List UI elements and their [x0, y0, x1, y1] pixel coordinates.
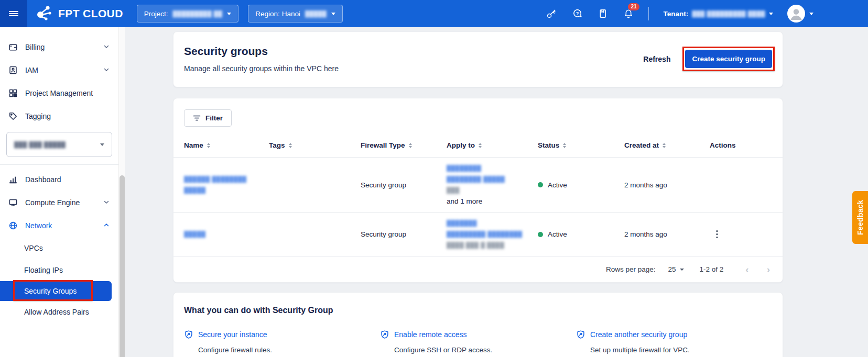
table-row[interactable]: ██████ ████████ █████ Security group ███… [173, 158, 783, 213]
promo-link-label: Secure your instance [198, 330, 267, 339]
column-header-actions: Actions [710, 141, 772, 149]
chevron-down-icon [103, 198, 110, 207]
column-header-apply-to[interactable]: Apply to [447, 141, 538, 149]
enable-remote-access-link[interactable]: Enable remote access [380, 330, 467, 339]
chevron-down-icon [331, 13, 335, 15]
chevron-down-icon [100, 143, 104, 146]
name-redacted: █████ [184, 229, 269, 240]
cell-firewall-type: Security group [361, 230, 447, 238]
column-header-firewall-type[interactable]: Firewall Type [361, 141, 447, 149]
sidebar-item-label: Floating IPs [24, 266, 63, 274]
sidebar-item-label: Compute Engine [25, 198, 80, 207]
menu-toggle-button[interactable] [0, 0, 27, 27]
promo-description: Configure firewall rules. [198, 346, 380, 354]
promo-link-label: Enable remote access [394, 330, 467, 339]
security-groups-table-card: Filter Name Tags Firewall Type Apply to … [173, 98, 783, 283]
name-redacted: ██████ ████████ [184, 174, 269, 185]
create-security-group-button[interactable]: Create security group [685, 50, 772, 68]
sort-icon [563, 143, 566, 148]
promo-item-secure-instance: Secure your instance Configure firewall … [184, 330, 380, 354]
chevron-down-icon [809, 13, 813, 15]
shield-icon [576, 330, 585, 339]
tenant-selector[interactable]: Tenant: ███ █████████ ████ [663, 10, 773, 18]
sidebar-item-iam[interactable]: IAM [0, 59, 118, 82]
sidebar-item-dashboard[interactable]: Dashboard [0, 168, 118, 191]
rows-per-page-value: 25 [668, 265, 676, 273]
create-another-security-group-link[interactable]: Create another security group [576, 330, 687, 339]
vpc-select[interactable]: ███ ███ █████ [6, 132, 112, 157]
column-header-tags[interactable]: Tags [269, 141, 361, 149]
chevron-down-icon [227, 13, 231, 15]
support-button[interactable]: ? [571, 8, 583, 19]
column-header-status[interactable]: Status [538, 141, 624, 149]
book-icon [598, 8, 608, 19]
promo-description: Configure SSH or RDP access. [394, 346, 576, 354]
sort-icon [289, 143, 292, 148]
tag-icon [8, 111, 18, 121]
sidebar-item-project-management[interactable]: Project Management [0, 82, 118, 105]
sidebar-item-floating-ips[interactable]: Floating IPs [0, 259, 118, 281]
bar-chart-icon [8, 175, 18, 184]
promo-link-label: Create another security group [590, 330, 687, 339]
status-dot-icon [538, 232, 543, 237]
column-header-name[interactable]: Name [184, 141, 269, 149]
promo-card: What you can do with Security Group Secu… [173, 292, 783, 357]
cell-name[interactable]: █████ [184, 229, 269, 240]
filter-button[interactable]: Filter [184, 109, 232, 127]
sidebar-item-network[interactable]: Network [0, 214, 118, 237]
next-page-button[interactable]: › [767, 264, 770, 274]
sidebar-item-billing[interactable]: Billing [0, 36, 118, 59]
apply-to-more-label: and 1 more [447, 196, 538, 207]
status-label: Active [548, 230, 567, 238]
chat-question-icon: ? [572, 8, 583, 19]
column-header-created-at[interactable]: Created at [624, 141, 710, 149]
sidebar-item-label: Dashboard [25, 175, 61, 184]
refresh-button[interactable]: Refresh [643, 55, 670, 63]
project-selector[interactable]: Project: █████████ ██ [137, 5, 239, 23]
pagination-bar: Rows per page: 25 1-2 of 2 ‹ › [173, 256, 783, 282]
cell-name[interactable]: ██████ ████████ █████ [184, 174, 269, 196]
fpt-cloud-logo-icon [36, 4, 53, 23]
cell-status: Active [538, 181, 624, 189]
monitor-icon [8, 198, 18, 207]
tenant-value-redacted: ███ █████████ ████ [692, 10, 765, 17]
kebab-icon [716, 230, 718, 232]
table-row[interactable]: █████ Security group ███████ █████████ █… [173, 213, 783, 256]
cell-created-at: 2 months ago [624, 181, 710, 189]
secure-your-instance-link[interactable]: Secure your instance [184, 330, 267, 339]
scrollbar-thumb[interactable] [120, 175, 125, 357]
hamburger-icon [9, 10, 18, 17]
previous-page-button[interactable]: ‹ [745, 264, 748, 274]
topbar-divider [648, 7, 649, 20]
sidebar-item-vpcs[interactable]: VPCs [0, 237, 118, 259]
region-selector[interactable]: Region: Hanoi █████ [248, 5, 343, 23]
sidebar-item-tagging[interactable]: Tagging [0, 105, 118, 128]
sidebar-item-security-groups[interactable]: Security Groups [0, 281, 112, 301]
notifications-button[interactable]: 21 [623, 8, 634, 19]
topbar-actions: ? 21 Tenant: ███ █████████ ████ [546, 5, 868, 23]
row-actions-menu-button[interactable] [713, 227, 721, 242]
avatar [787, 5, 805, 23]
sidebar-item-label: Tagging [25, 112, 51, 120]
status-dot-icon [538, 182, 543, 187]
sidebar-item-label: Security Groups [24, 287, 77, 295]
documentation-button[interactable] [597, 8, 609, 19]
chevron-down-icon [769, 13, 773, 15]
main-content: Security groups Manage all security grou… [125, 27, 868, 357]
apply-to-redacted: ████████ █████ [447, 174, 538, 185]
cell-apply-to: ███████ █████████ ████████ ████ ███ █ ██… [447, 218, 538, 251]
fpt-cloud-logo[interactable]: FPT CLOUD [36, 4, 123, 23]
promo-description: Set up multiple firewall for VPC. [590, 346, 772, 354]
shield-icon [380, 330, 389, 339]
vpc-select-value-redacted: ███ ███ █████ [14, 141, 66, 148]
sidebar-item-compute-engine[interactable]: Compute Engine [0, 191, 118, 214]
apply-to-redacted: ████ ███ █ ████ [447, 240, 538, 251]
sidebar-scrollbar[interactable] [118, 27, 125, 357]
rows-per-page-select[interactable]: 25 [668, 265, 684, 273]
account-menu[interactable] [787, 5, 813, 23]
sidebar-item-allow-address-pairs[interactable]: Allow Address Pairs [0, 301, 118, 323]
feedback-tab[interactable]: Feedback [852, 191, 868, 244]
tenant-label: Tenant: [663, 10, 688, 18]
sort-icon [479, 143, 482, 148]
api-key-button[interactable] [546, 8, 557, 19]
